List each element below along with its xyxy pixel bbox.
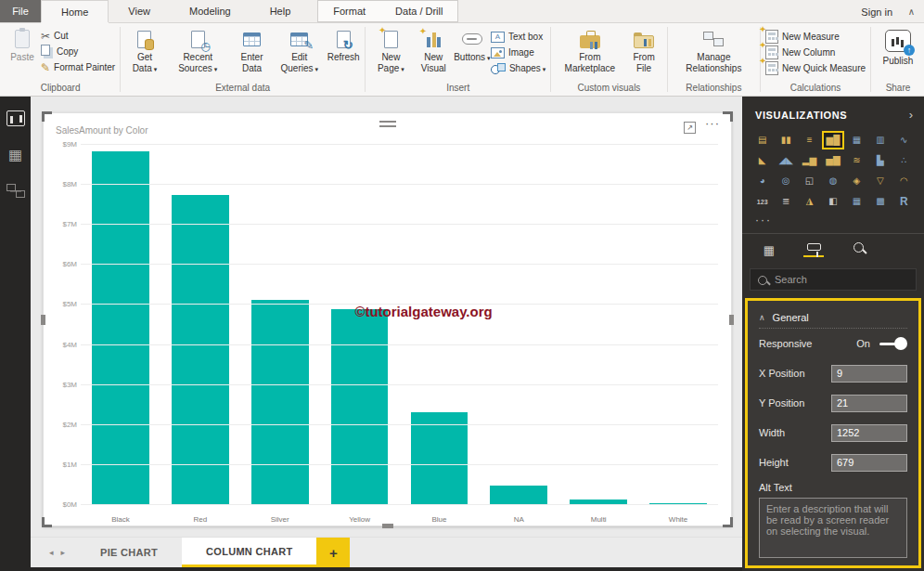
bar-red[interactable] (172, 195, 229, 505)
publish-button[interactable]: Publish (881, 27, 915, 69)
recent-sources-button[interactable]: Recent Sources (166, 27, 230, 75)
responsive-toggle[interactable] (879, 337, 907, 350)
tab-view[interactable]: View (109, 0, 170, 22)
format-search[interactable] (750, 268, 917, 291)
manage-relationships-button[interactable]: Manage Relationships (673, 27, 756, 75)
pie-chart-icon[interactable]: ◕ (751, 172, 773, 190)
edit-queries-button[interactable]: Edit Queries (274, 27, 325, 75)
x-position-input[interactable] (831, 365, 907, 383)
stacked-column-chart-icon[interactable]: ▮▮ (775, 131, 796, 149)
tab-analytics[interactable] (848, 241, 868, 262)
filled-map-icon[interactable]: ◈ (846, 172, 867, 190)
paste-button[interactable]: Paste (6, 27, 39, 65)
bar-blue[interactable] (411, 412, 468, 505)
more-visuals-icon[interactable] (742, 211, 924, 227)
new-measure-button[interactable]: New Measure (765, 29, 866, 45)
shapes-button[interactable]: Shapes (491, 60, 545, 76)
clustered-bar-chart-icon[interactable]: ≡ (799, 131, 820, 149)
ribbon-chart-icon[interactable]: ≋ (846, 151, 867, 170)
stacked-bar-chart-icon[interactable]: ▤ (751, 131, 773, 149)
y-position-input[interactable] (831, 395, 907, 412)
collapse-panel-icon[interactable]: › (909, 108, 913, 122)
bar-na[interactable] (490, 486, 547, 505)
data-view-button[interactable] (4, 144, 28, 165)
tab-data-drill[interactable]: Data / Drill (380, 1, 457, 21)
search-input[interactable] (775, 274, 908, 285)
model-view-button[interactable] (4, 180, 28, 201)
from-file-button[interactable]: From File (625, 27, 661, 75)
gauge-icon[interactable]: ◠ (893, 172, 915, 190)
selection-handle[interactable] (41, 315, 45, 325)
collapse-ribbon-icon[interactable] (908, 0, 915, 23)
report-view-button[interactable] (4, 108, 28, 129)
tab-format[interactable]: Format (318, 1, 380, 21)
clustered-column-chart-icon[interactable]: ▆█ (822, 131, 843, 149)
report-view-icon (6, 110, 25, 126)
new-page-button[interactable]: New Page (370, 27, 412, 75)
bar-black[interactable] (92, 151, 149, 505)
tab-format[interactable] (803, 241, 824, 262)
selection-handle[interactable] (723, 111, 733, 122)
page-tab-column-chart[interactable]: COLUMN CHART (182, 538, 316, 567)
funnel-icon[interactable]: ▽ (869, 172, 891, 190)
width-input[interactable] (831, 424, 907, 442)
new-column-button[interactable]: New Column (765, 45, 866, 60)
tab-fields[interactable] (759, 241, 779, 262)
page-tab-pie-chart[interactable]: PIE CHART (76, 538, 182, 567)
line-and-clustered-column-chart-icon[interactable]: ▅▇ (822, 151, 843, 170)
prev-page-icon[interactable]: ◂ (49, 548, 54, 557)
100-stacked-bar-chart-icon[interactable]: ▦ (846, 131, 867, 149)
drag-grip-icon[interactable] (379, 121, 396, 127)
selection-handle[interactable] (42, 517, 52, 527)
new-quick-measure-button[interactable]: New Quick Measure (765, 60, 866, 76)
slicer-icon[interactable]: ◧ (822, 192, 843, 211)
map-icon[interactable]: ◍ (822, 172, 843, 190)
sign-in-button[interactable]: Sign in (861, 0, 892, 23)
image-button[interactable]: Image (491, 45, 545, 60)
bar-yellow[interactable] (331, 309, 389, 505)
selection-handle[interactable] (42, 111, 52, 122)
r-script-visual-icon[interactable]: R (893, 192, 915, 211)
get-data-button[interactable]: Get Data (125, 27, 164, 75)
tab-home[interactable]: Home (41, 0, 109, 22)
general-section-header[interactable]: ∧ General (759, 306, 907, 329)
matrix-icon[interactable]: ▩ (869, 192, 891, 211)
100-stacked-column-chart-icon[interactable]: ▥ (869, 131, 891, 149)
more-options-icon[interactable] (705, 116, 720, 130)
selection-handle[interactable] (382, 524, 393, 528)
tab-modeling[interactable]: Modeling (170, 0, 250, 22)
tab-help[interactable]: Help (250, 0, 311, 22)
refresh-button[interactable]: Refresh (327, 27, 360, 65)
column-chart-visual[interactable]: SalesAmount by Color $0M$1M$2M$3M$4M$5M$… (43, 112, 732, 526)
new-visual-button[interactable]: New Visual (414, 27, 454, 75)
stacked-area-chart-icon[interactable]: ◢◣ (775, 151, 796, 170)
table-icon[interactable]: ▦ (846, 192, 867, 211)
waterfall-chart-icon[interactable]: ▙ (869, 151, 891, 170)
bar-silver[interactable] (251, 300, 309, 505)
height-input[interactable] (831, 454, 907, 472)
line-and-stacked-column-chart-icon[interactable]: ▂▆ (799, 151, 820, 170)
alt-text-input[interactable] (759, 498, 907, 558)
scatter-chart-icon[interactable]: ∴ (893, 151, 915, 170)
enter-data-button[interactable]: Enter Data (232, 27, 273, 75)
focus-mode-icon[interactable] (684, 122, 696, 134)
format-painter-button[interactable]: Format Painter (41, 59, 115, 75)
area-chart-icon[interactable]: ◣ (751, 151, 773, 170)
donut-chart-icon[interactable]: ◎ (775, 172, 796, 190)
card-icon[interactable]: 123 (751, 192, 773, 211)
treemap-icon[interactable]: ◱ (799, 172, 820, 190)
selection-handle[interactable] (723, 517, 733, 527)
text-box-button[interactable]: Text box (491, 29, 545, 45)
from-marketplace-button[interactable]: From Marketplace (556, 27, 623, 75)
page-nav-arrows[interactable]: ◂▸ (38, 538, 76, 567)
new-page-tab-button[interactable]: + (316, 538, 350, 567)
cut-button[interactable]: Cut (41, 28, 115, 44)
buttons-button[interactable]: Buttons (456, 27, 489, 65)
copy-button[interactable]: Copy (41, 44, 115, 59)
next-page-icon[interactable]: ▸ (61, 548, 66, 557)
kpi-icon[interactable]: ◮ (799, 192, 820, 211)
selection-handle[interactable] (729, 315, 734, 325)
line-chart-icon[interactable]: ∿ (893, 131, 915, 149)
multi-row-card-icon[interactable]: ≣ (775, 192, 796, 211)
tab-file[interactable]: File (0, 0, 41, 22)
